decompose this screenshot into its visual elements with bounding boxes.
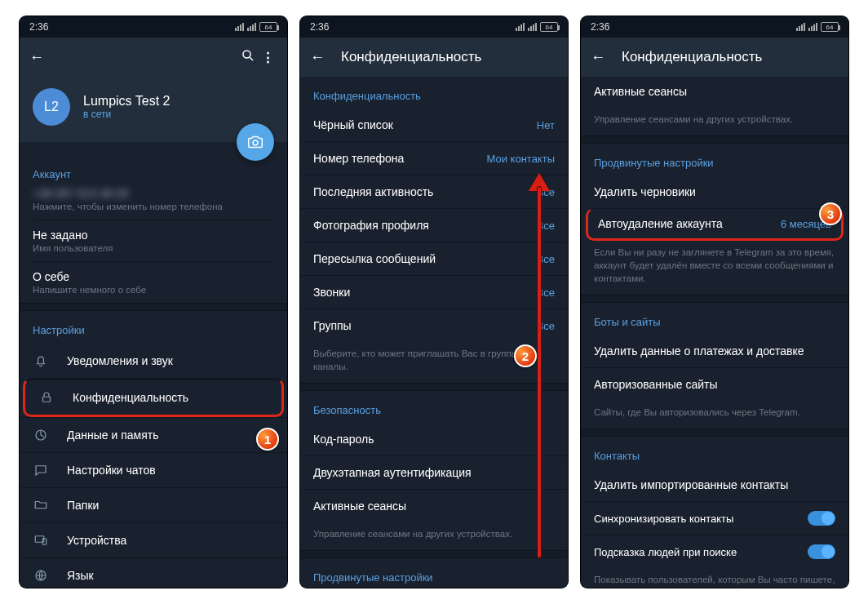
step-badge-2: 2 [514,344,537,367]
row-passcode[interactable]: Код-пароль [300,423,568,455]
content-area: L2 Lumpics Test 2 в сети Аккаунт +38 067… [20,77,287,588]
status-icons: 64 [796,22,839,32]
svg-line-1 [250,57,253,60]
svg-rect-3 [43,397,51,402]
battery-icon: 64 [821,22,839,32]
row-value: Нет [537,119,555,131]
data-icon [33,428,49,442]
step-badge-1: 1 [256,428,279,451]
section-account-header: Аккаунт [33,157,274,187]
status-time: 2:36 [591,21,609,33]
row-value: Все [537,253,555,265]
settings-row-data[interactable]: Данные и память [20,417,287,452]
svg-point-2 [253,140,258,145]
divider [300,550,568,558]
account-phone: +38 067 913 36 09 [33,187,274,200]
status-bar: 2:36 64 [581,16,848,38]
row-sessions[interactable]: Активные сеансы [300,489,568,522]
toggle-switch[interactable] [808,511,835,526]
row-autodelete-account[interactable]: Автоудаление аккаунта 6 месяцев [586,208,844,241]
row-groups[interactable]: ГруппыВсе [300,309,568,342]
divider [581,429,848,437]
app-bar-title: Конфиденциальность [341,49,558,65]
app-bar: ← Конфиденциальность [581,38,848,77]
row-delete-contacts[interactable]: Удалить импортированные контакты [581,469,848,501]
profile-name: Lumpics Test 2 [83,94,170,109]
app-bar: ← Конфиденциальность [300,38,568,77]
back-button[interactable]: ← [310,49,326,66]
row-blocklist[interactable]: Чёрный списокНет [300,109,568,141]
status-bar: 2:36 64 [300,16,568,38]
more-icon[interactable]: ⋮ [258,49,277,66]
account-username: Не задано [33,229,274,242]
app-bar-title: Конфиденциальность [622,49,839,65]
settings-label: Устройства [67,534,274,547]
settings-label: Настройки чатов [67,464,274,477]
settings-label: Конфиденциальность [73,391,268,404]
autodelete-hint: Если Вы ни разу не заглянете в Telegram … [581,241,848,295]
section-privacy-header: Конфиденциальность [300,77,568,109]
row-clear-payments[interactable]: Удалить данные о платежах и доставке [581,335,848,367]
screen-settings-main: 2:36 64 ← ⋮ L2 Lumpics Test 2 в сети [20,16,287,588]
settings-label: Папки [67,499,274,512]
back-button[interactable]: ← [591,49,607,66]
row-lastseen[interactable]: Последняя активностьВсе [300,175,568,208]
divider [300,383,568,391]
row-label: Звонки [313,286,350,299]
settings-label: Уведомления и звук [67,354,274,367]
divider [581,135,848,144]
row-twostep[interactable]: Двухэтапная аутентификация [300,455,568,489]
wifi-icon [796,23,805,31]
cell-icon [528,23,537,31]
row-phone[interactable]: Номер телефонаМои контакты [300,141,568,175]
bell-icon [33,353,49,368]
settings-row-privacy[interactable]: Конфиденциальность [23,378,284,417]
settings-row-devices[interactable]: Устройства [20,522,287,557]
back-button[interactable]: ← [29,49,46,66]
row-suggest-contacts[interactable]: Подсказка людей при поиске [581,535,848,568]
row-label: Фотография профиля [313,219,429,232]
account-bio-hint: Напишите немного о себе [33,285,274,295]
profile-header: L2 Lumpics Test 2 в сети [20,77,287,142]
row-value: Все [537,320,555,332]
row-sessions[interactable]: Активные сеансы [581,77,848,108]
sessions-hint: Управление сеансами на других устройства… [581,108,848,135]
account-bio-row[interactable]: О себе Напишите немного о себе [33,261,274,300]
settings-row-folders[interactable]: Папки [20,487,287,522]
lock-icon [38,390,55,405]
row-delete-drafts[interactable]: Удалить черновики [581,175,848,208]
content-area[interactable]: Активные сеансы Управление сеансами на д… [581,77,848,588]
settings-row-chat[interactable]: Настройки чатов [20,452,287,487]
svg-rect-6 [42,539,46,545]
row-value: Все [537,286,555,299]
settings-row-notifications[interactable]: Уведомления и звук [20,343,287,378]
screen-privacy-top: 2:36 64 ← Конфиденциальность Конфиденциа… [300,16,568,588]
account-username-row[interactable]: Не задано Имя пользователя [33,220,274,253]
divider [20,303,287,311]
search-icon[interactable] [238,48,258,67]
row-forward[interactable]: Пересылка сообщенийВсе [300,242,568,275]
toggle-switch[interactable] [808,544,835,559]
set-photo-button[interactable] [237,123,274,161]
folder-icon [33,498,49,513]
svg-point-0 [243,51,250,58]
wifi-icon [516,23,525,31]
row-sync-contacts[interactable]: Синхронизировать контакты [581,501,848,535]
status-time: 2:36 [29,21,48,33]
section-advanced-header: Продвинутые настройки [300,558,568,588]
contacts-hint: Показывать пользователей, которым Вы час… [581,568,848,588]
section-advanced-header: Продвинутые настройки [581,144,848,175]
row-label: Номер телефона [313,152,404,165]
content-area[interactable]: Конфиденциальность Чёрный списокНет Номе… [300,77,568,588]
bots-hint: Сайты, где Вы авторизовались через Teleg… [581,401,848,429]
row-calls[interactable]: ЗвонкиВсе [300,275,568,309]
row-label: Синхронизировать контакты [594,513,733,525]
row-label: Пересылка сообщений [313,252,436,265]
avatar[interactable]: L2 [33,88,70,126]
globe-icon [33,568,49,583]
account-username-hint: Имя пользователя [33,243,274,253]
settings-row-language[interactable]: Язык [20,557,287,588]
row-auth-sites[interactable]: Авторизованные сайты [581,367,848,401]
account-phone-row[interactable]: +38 067 913 36 09 Нажмите, чтобы изменит… [33,187,274,211]
row-photo[interactable]: Фотография профиляВсе [300,208,568,242]
